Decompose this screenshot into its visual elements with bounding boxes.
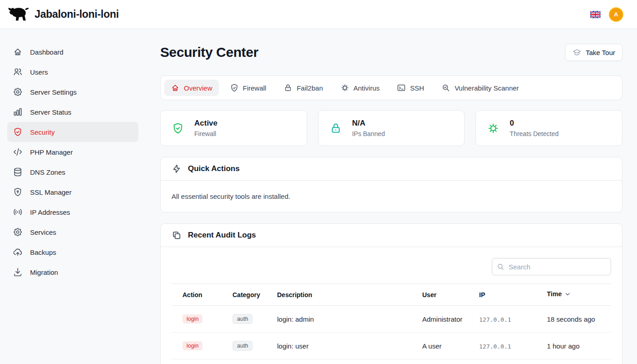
- quick-actions-title: Quick Actions: [188, 164, 240, 173]
- sidebar-item-services[interactable]: Services: [7, 222, 138, 242]
- sidebar-item-label: Migration: [30, 268, 58, 276]
- stat-value: Active: [194, 119, 217, 128]
- bar-chart-icon: [13, 107, 23, 117]
- sidebar-item-users[interactable]: Users: [7, 62, 138, 82]
- action-cell: login: [172, 306, 222, 333]
- lock-icon: [329, 122, 342, 135]
- stat-label: Firewall: [194, 130, 217, 137]
- stat-label: Threats Detected: [510, 130, 558, 137]
- security-tabbar: Overview Firewall Fail2ban Antivirus: [160, 76, 622, 100]
- gear-icon: [13, 227, 23, 237]
- column-header-description[interactable]: Description: [266, 284, 411, 306]
- audit-logs-table: Action Category Description User IP Time: [172, 283, 611, 359]
- gear-icon: [13, 87, 23, 97]
- uk-flag-icon: [590, 11, 601, 18]
- page-header: Security Center Take Tour: [160, 44, 622, 61]
- tab-label: Fail2ban: [297, 84, 323, 92]
- sidebar-item-dns-zones[interactable]: DNS Zones: [7, 162, 138, 182]
- stat-card-firewall: Active Firewall: [160, 110, 307, 146]
- sidebar-item-label: DNS Zones: [30, 168, 66, 176]
- bull-logo-icon: [7, 6, 30, 23]
- virus-icon: [340, 83, 349, 92]
- sidebar-item-label: Server Settings: [30, 88, 77, 96]
- category-cell: auth: [222, 333, 266, 359]
- sidebar-item-ip-addresses[interactable]: IP Addresses: [7, 202, 138, 222]
- column-header-ip[interactable]: IP: [468, 284, 536, 306]
- quick-actions-card: Quick Actions All essential security too…: [160, 157, 622, 212]
- table-row: login auth login: admin Administrator 12…: [172, 306, 611, 333]
- tab-overview[interactable]: Overview: [164, 80, 219, 96]
- audit-logs-body: Action Category Description User IP Time: [161, 247, 622, 364]
- app-title: Jabaloni-loni-loni: [35, 8, 119, 20]
- user-cell: Administrator: [411, 306, 468, 333]
- stat-text: 0 Threats Detected: [510, 119, 558, 137]
- sidebar-item-backups[interactable]: Backups: [7, 242, 138, 262]
- terminal-icon: [397, 83, 406, 92]
- tab-label: SSH: [410, 84, 424, 92]
- ip-cell: 127.0.0.1: [468, 306, 536, 333]
- scan-check-icon: [441, 83, 450, 92]
- take-tour-button[interactable]: Take Tour: [565, 44, 622, 61]
- shield-check-icon: [172, 122, 184, 135]
- user-avatar[interactable]: A: [609, 7, 623, 22]
- sidebar-item-php-manager[interactable]: PHP Manager: [7, 142, 138, 162]
- column-header-user[interactable]: User: [411, 284, 468, 306]
- audit-logs-header: Recent Audit Logs: [161, 224, 622, 247]
- tab-label: Overview: [184, 84, 212, 92]
- search-box: [492, 258, 611, 275]
- brand[interactable]: Jabaloni-loni-loni: [7, 6, 119, 23]
- graduation-cap-icon: [572, 48, 581, 57]
- main-content: Security Center Take Tour Overview Fir: [146, 29, 637, 364]
- bolt-icon: [172, 164, 182, 174]
- search-row: [172, 258, 611, 275]
- category-cell: auth: [222, 306, 266, 333]
- shield-icon: [230, 83, 239, 92]
- broadcast-icon: [13, 207, 23, 217]
- home-icon: [171, 83, 180, 92]
- shield-lock-icon: [13, 187, 23, 197]
- tab-label: Firewall: [243, 84, 267, 92]
- sidebar: Dashboard Users Server Settings Server S…: [0, 29, 146, 364]
- sidebar-item-label: Server Status: [30, 108, 71, 116]
- ip-cell: 127.0.0.1: [468, 333, 536, 359]
- column-header-category[interactable]: Category: [222, 284, 266, 306]
- header-actions: A: [590, 7, 630, 22]
- time-cell: 18 seconds ago: [536, 306, 611, 333]
- action-badge: login: [182, 314, 202, 324]
- tab-firewall[interactable]: Firewall: [223, 80, 273, 96]
- sidebar-item-label: Backups: [30, 248, 56, 256]
- stats-row: Active Firewall N/A IPs Banned 0: [160, 110, 622, 146]
- column-header-time[interactable]: Time: [536, 284, 611, 306]
- sidebar-item-server-settings[interactable]: Server Settings: [7, 82, 138, 102]
- sidebar-item-label: PHP Manager: [30, 148, 73, 156]
- sidebar-item-server-status[interactable]: Server Status: [7, 102, 138, 122]
- download-icon: [13, 267, 23, 277]
- tab-vulnerability-scanner[interactable]: Vulnerability Scanner: [435, 80, 525, 96]
- search-input[interactable]: [492, 258, 611, 275]
- tab-fail2ban[interactable]: Fail2ban: [277, 80, 329, 96]
- quick-actions-header: Quick Actions: [161, 157, 622, 181]
- home-icon: [13, 47, 23, 57]
- description-cell: login: user: [266, 333, 411, 359]
- column-header-action[interactable]: Action: [172, 284, 222, 306]
- tab-ssh[interactable]: SSH: [390, 80, 430, 96]
- take-tour-label: Take Tour: [586, 49, 615, 56]
- sidebar-item-dashboard[interactable]: Dashboard: [7, 42, 138, 62]
- chevron-down-icon: [564, 291, 571, 299]
- sidebar-item-security[interactable]: Security: [7, 122, 138, 142]
- sidebar-item-ssl-manager[interactable]: SSL Manager: [7, 182, 138, 202]
- app-header: Jabaloni-loni-loni A: [0, 0, 637, 29]
- shield-icon: [13, 127, 23, 137]
- table-row: login auth login: user A user 127.0.0.1 …: [172, 333, 611, 359]
- table-header-row: Action Category Description User IP Time: [172, 284, 611, 306]
- stat-value: N/A: [352, 119, 385, 128]
- action-badge: login: [182, 341, 202, 350]
- tab-antivirus[interactable]: Antivirus: [334, 80, 386, 96]
- sidebar-item-label: SSL Manager: [30, 188, 71, 196]
- page-layout: Dashboard Users Server Settings Server S…: [0, 0, 637, 364]
- stat-label: IPs Banned: [352, 130, 385, 137]
- stat-card-ips-banned: N/A IPs Banned: [318, 110, 465, 146]
- language-flag-button[interactable]: [590, 11, 601, 18]
- sidebar-item-migration[interactable]: Migration: [7, 262, 138, 282]
- database-icon: [13, 167, 23, 177]
